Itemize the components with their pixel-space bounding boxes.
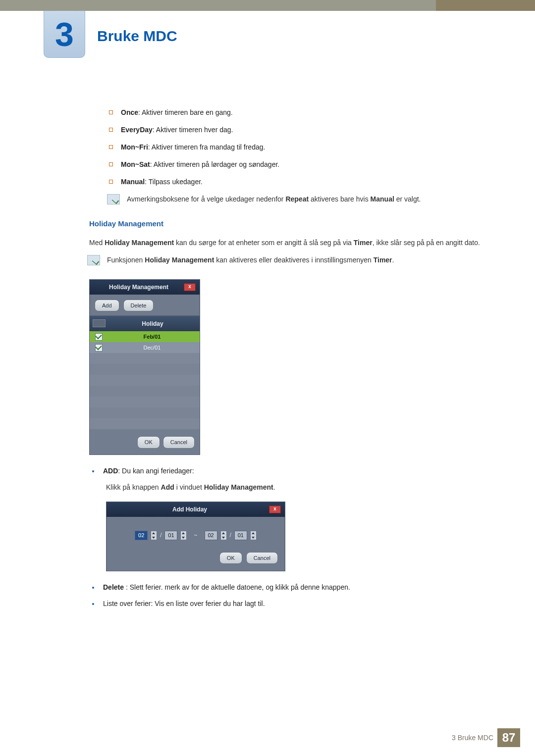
close-icon[interactable]: x [269,505,281,513]
add-holiday-body: 02 / 01 ~ 02 / 01 [107,517,285,552]
from-day-field[interactable]: 01 [164,531,177,540]
dot-bullet-icon [92,603,94,605]
list-item: Once: Aktiver timeren bare en gang. [109,107,485,118]
page-number: 87 [497,728,520,747]
hm-activate-note: Funksjonen Holiday Management kan aktive… [87,255,485,265]
dialog-title-text: Add Holiday [110,505,269,514]
table-row[interactable]: Feb/01 [90,331,200,342]
list-desc: Liste over ferier: Vis en liste over fer… [103,599,485,609]
table-row-empty [90,397,200,407]
spinner-icon[interactable] [180,531,187,540]
action-descriptions: ADD: Du kan angi feriedager: Klikk på kn… [89,466,485,609]
option-label: Mon~Fri [121,143,148,151]
row-checkbox[interactable] [95,344,103,352]
select-all-checkbox[interactable] [93,319,106,327]
slash-separator: / [160,531,161,540]
square-bullet-icon [109,162,113,166]
holiday-table: Holiday Feb/01 Dec/01 [90,316,200,429]
timer-options-list: Once: Aktiver timeren bare en gang. Ever… [89,107,485,204]
top-decor-strip [0,0,535,11]
square-bullet-icon [109,110,113,114]
page-footer: 3 Bruke MDC 87 [452,728,520,747]
dot-bullet-icon [92,470,94,472]
list-item: Manual: Tilpass ukedager. [109,177,485,187]
table-row[interactable]: Dec/01 [90,342,200,353]
dot-bullet-icon [92,587,94,589]
option-desc: : Tilpass ukedager. [145,178,203,186]
dialog-footer: OK Cancel [107,552,285,571]
action-label: ADD [103,467,118,475]
list-item: Delete : Slett ferier. merk av for de ak… [92,582,485,593]
dialog-toolbar: Add Delete [90,295,200,316]
list-item: Mon~Fri: Aktiver timeren fra mandag til … [109,142,485,152]
add-holiday-dialog: Add Holiday x 02 / 01 ~ 02 / 01 [106,502,285,572]
dialog-footer: OK Cancel [90,429,200,454]
content-area: Once: Aktiver timeren bare en gang. Ever… [0,107,535,609]
square-bullet-icon [109,145,113,149]
table-row-empty [90,353,200,364]
dialog-title-text: Holiday Management [94,283,184,292]
spinner-icon[interactable] [250,531,257,540]
chapter-number-badge: 3 [44,11,85,58]
add-button[interactable]: Add [95,300,119,312]
holiday-management-para: Med Holiday Management kan du sørge for … [89,238,485,248]
add-subtext: Klikk på knappen Add i vinduet Holiday M… [106,482,485,493]
option-desc: : Aktiver timeren på lørdager og søndage… [150,160,279,168]
spinner-icon[interactable] [151,531,157,540]
page: 3 Bruke MDC Once: Aktiver timeren bare e… [0,0,535,756]
option-desc: : Aktiver timeren fra mandag til fredag. [148,143,266,151]
option-label: Mon~Sat [121,160,150,168]
slash-separator: / [230,531,231,540]
spinner-icon[interactable] [220,531,227,540]
to-month-field[interactable]: 02 [205,531,217,540]
delete-button[interactable]: Delete [123,300,154,312]
dialog-titlebar: Holiday Management x [90,280,200,295]
close-icon[interactable]: x [184,283,196,291]
list-item: EveryDay: Aktiver timeren hver dag. [109,125,485,135]
range-tilde: ~ [190,531,201,540]
to-day-field[interactable]: 01 [234,531,247,540]
ok-button[interactable]: OK [219,552,242,564]
list-item: Mon~Sat: Aktiver timeren på lørdager og … [109,159,485,170]
page-title: Bruke MDC [97,25,177,47]
chapter-number: 3 [55,9,74,59]
repeat-note: Avmerkingsboksene for å velge ukedager n… [107,194,485,204]
list-item: Liste over ferier: Vis en liste over fer… [92,599,485,609]
table-row-empty [90,418,200,429]
holiday-cell: Dec/01 [105,344,200,352]
option-label: EveryDay [121,126,153,134]
action-label: Delete [103,583,124,591]
from-month-field[interactable]: 02 [135,531,148,540]
option-desc: : Aktiver timeren hver dag. [153,126,233,134]
option-label: Once [121,108,138,116]
note-icon [107,194,120,204]
table-header: Holiday [90,316,200,331]
square-bullet-icon [109,180,113,184]
option-label: Manual [121,178,145,186]
table-row-empty [90,364,200,375]
table-row-empty [90,407,200,418]
ok-button[interactable]: OK [137,436,160,449]
cancel-button[interactable]: Cancel [246,552,278,564]
table-row-empty [90,386,200,397]
holiday-cell: Feb/01 [105,333,200,341]
note-icon [87,255,100,265]
cancel-button[interactable]: Cancel [163,436,195,449]
column-header-holiday: Holiday [106,319,200,328]
dialog-titlebar: Add Holiday x [107,502,285,517]
option-desc: : Aktiver timeren bare en gang. [138,108,233,116]
row-checkbox[interactable] [95,333,103,341]
chapter-banner: 3 Bruke MDC [0,11,535,78]
table-row-empty [90,375,200,386]
holiday-management-dialog: Holiday Management x Add Delete Holiday … [89,279,200,455]
square-bullet-icon [109,128,113,132]
holiday-management-heading: Holiday Management [89,218,485,230]
footer-chapter-text: 3 Bruke MDC [452,733,493,743]
list-item: ADD: Du kan angi feriedager: [92,466,485,476]
